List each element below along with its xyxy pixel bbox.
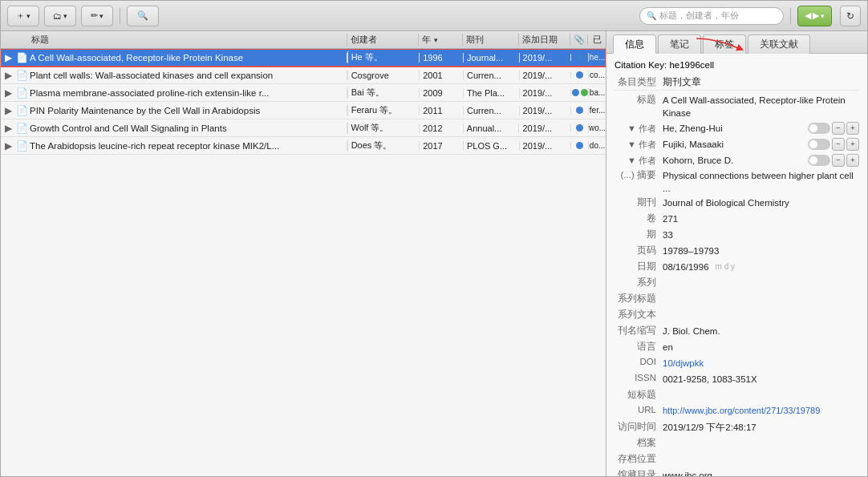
row-expand-icon[interactable]: ▶ — [1, 87, 15, 99]
item-type-label: 条目类型 — [614, 76, 663, 88]
author-toggle-1[interactable] — [808, 123, 830, 134]
refresh-button[interactable]: ↻ — [840, 6, 861, 26]
date-row: 日期 08/16/1996 m d y — [614, 260, 859, 276]
pages-value[interactable]: 19789–19793 — [663, 245, 859, 257]
short-title-label: 短标题 — [614, 389, 663, 401]
expand-icon: ▶ — [5, 70, 12, 81]
author-name-1[interactable]: He, Zheng-Hui — [663, 123, 805, 133]
series-row: 系列 — [614, 276, 859, 292]
row-title-wrap: Plant cell walls: Wall-associated kinase… — [28, 71, 347, 80]
doi-value[interactable]: 10/djwpkk — [663, 357, 859, 370]
short-title-row: 短标题 — [614, 388, 859, 404]
edit-button[interactable]: ✏ ▾ — [81, 6, 113, 26]
col-header-journal[interactable]: 期刊 — [463, 34, 519, 46]
nav-back-button[interactable]: ◀ ▶ ▾ — [797, 6, 832, 26]
row-expand-icon[interactable]: ▶ — [1, 52, 15, 63]
author-add-2[interactable]: + — [846, 138, 859, 151]
short-title-value[interactable] — [663, 389, 859, 402]
toggle-inner — [809, 124, 817, 132]
read-label: fer... — [590, 106, 605, 115]
table-row[interactable]: ▶ 📄 The Arabidopsis leucine-rich repeat … — [1, 137, 606, 155]
row-creator: Feraru 等。 — [347, 104, 420, 116]
archive-loc-value[interactable] — [663, 453, 859, 466]
journal-value[interactable]: Journal of Biological Chemistry — [663, 196, 859, 209]
row-year: 1996 — [419, 53, 463, 63]
table-row[interactable]: ▶ 📄 Plant cell walls: Wall-associated ki… — [1, 67, 606, 84]
language-value[interactable]: en — [663, 341, 859, 354]
document-icon: 📄 — [16, 87, 28, 99]
col-header-read: 已 — [588, 34, 606, 46]
series-text-value[interactable] — [663, 309, 859, 321]
author-row-1: ▼ 作者 He, Zheng-Hui − + — [614, 120, 859, 136]
row-expand-icon[interactable]: ▶ — [1, 140, 15, 152]
row-doc-icon: 📄 — [15, 70, 28, 81]
author-remove-3[interactable]: − — [832, 154, 845, 167]
url-value[interactable]: http://www.jbc.org/content/271/33/19789 — [663, 405, 859, 417]
author-name-3[interactable]: Kohorn, Bruce D. — [663, 156, 805, 165]
row-expand-icon[interactable]: ▶ — [1, 70, 15, 81]
issn-value[interactable]: 0021-9258, 1083-351X — [663, 373, 859, 386]
search-icon-btn[interactable]: 🔍 — [127, 6, 159, 26]
issue-value[interactable]: 33 — [663, 228, 859, 241]
read-label: do... — [590, 141, 605, 150]
row-expand-icon[interactable]: ▶ — [1, 123, 15, 134]
add-chevron: ▾ — [26, 12, 30, 20]
lib-catalog-value[interactable]: www.jbc.org — [663, 469, 859, 476]
tools-button[interactable]: 🗂 ▾ — [44, 6, 76, 26]
row-title: A Cell Wall-associated, Receptor-like Pr… — [28, 53, 347, 63]
access-date-value[interactable]: 2019/12/9 下午2:48:17 — [663, 421, 859, 434]
row-year: 2017 — [419, 141, 463, 151]
row-expand-icon[interactable]: ▶ — [1, 105, 15, 116]
volume-value[interactable]: 271 — [663, 212, 859, 225]
add-button[interactable]: ＋ ▾ — [7, 6, 39, 26]
row-title-wrap: A Cell Wall-associated, Receptor-like Pr… — [28, 53, 347, 63]
row-journal: Journal... — [463, 53, 519, 63]
reference-list-pane: 标题 创建者 年 ▾ 期刊 添加日期 📎 — [1, 31, 606, 476]
author-toggle-2[interactable] — [808, 139, 830, 150]
author-add-3[interactable]: + — [846, 154, 859, 167]
series-title-value[interactable] — [663, 293, 859, 305]
table-row[interactable]: ▶ 📄 A Cell Wall-associated, Receptor-lik… — [1, 49, 606, 67]
tab-tags[interactable]: 标签 — [703, 34, 746, 54]
tab-info[interactable]: 信息 — [613, 34, 656, 54]
document-icon: 📄 — [16, 140, 28, 152]
url-label: URL — [614, 405, 663, 414]
row-creator: Wolf 等。 — [347, 122, 420, 134]
series-title-label: 系列标题 — [614, 293, 663, 305]
title-value[interactable]: A Cell Wall-associated, Receptor-like Pr… — [663, 94, 859, 119]
author-remove-2[interactable]: − — [832, 138, 845, 151]
row-doc-icon: 📄 — [15, 123, 28, 134]
attach-dot-2 — [581, 89, 588, 96]
read-label: wo... — [589, 123, 606, 132]
table-row[interactable]: ▶ 📄 Plasma membrane-associated proline-r… — [1, 84, 606, 102]
play-icon: ▶ — [5, 52, 12, 63]
tab-notes[interactable]: 笔记 — [658, 34, 701, 54]
series-value[interactable] — [663, 277, 859, 289]
col-header-year[interactable]: 年 ▾ — [419, 34, 463, 46]
col-header-creator[interactable]: 创建者 — [347, 34, 420, 46]
journal-abbr-value[interactable]: J. Biol. Chem. — [663, 325, 859, 338]
tab-related[interactable]: 关联文献 — [748, 34, 810, 54]
search-bar[interactable]: 🔍 标题，创建者，年份 — [639, 7, 784, 25]
expand-icon: ▶ — [5, 123, 12, 134]
language-row: 语言 en — [614, 340, 859, 356]
row-creator: He 等。 — [347, 51, 420, 63]
series-title-row: 系列标题 — [614, 292, 859, 308]
author-remove-1[interactable]: − — [832, 122, 845, 135]
col-header-adddate[interactable]: 添加日期 — [519, 34, 571, 46]
author-name-2[interactable]: Fujiki, Masaaki — [663, 139, 805, 149]
toolbar: ＋ ▾ 🗂 ▾ ✏ ▾ 🔍 🔍 标题，创建者，年份 ◀ ▶ ▾ ↻ — [1, 1, 867, 31]
abstract-value[interactable]: Physical connections between higher plan… — [663, 169, 859, 195]
author-toggle-3[interactable] — [808, 155, 830, 166]
toolbar-sep-1 — [120, 8, 120, 24]
archive-value[interactable] — [663, 437, 859, 450]
attach-dot — [576, 124, 583, 131]
document-icon: 📄 — [16, 105, 28, 116]
row-read: ba... — [588, 88, 606, 97]
row-creator: Bai 等。 — [347, 87, 420, 99]
col-header-title[interactable]: 标题 — [28, 34, 347, 46]
table-row[interactable]: ▶ 📄 Growth Control and Cell Wall Signali… — [1, 119, 606, 137]
table-row[interactable]: ▶ 📄 PIN Polarity Maintenance by the Cell… — [1, 102, 606, 119]
row-creator: Does 等。 — [347, 139, 420, 152]
author-add-1[interactable]: + — [846, 122, 859, 135]
